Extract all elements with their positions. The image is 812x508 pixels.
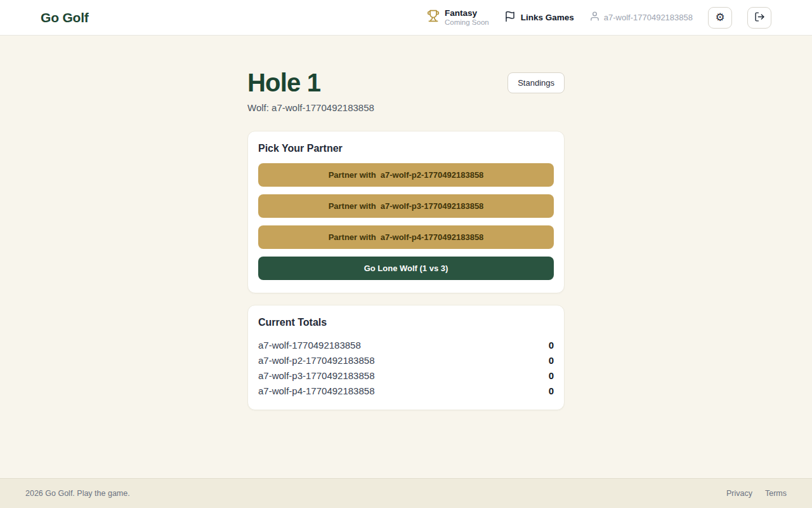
footer-copyright: 2026 Go Golf. Play the game. [25, 489, 130, 498]
totals-player-score: 0 [549, 370, 554, 381]
partner-button-p2[interactable]: Partner with a7-wolf-p2-1770492183858 [258, 163, 554, 187]
header: Go Golf Fantasy Coming Soon [0, 0, 812, 36]
fantasy-text: Fantasy Coming Soon [445, 8, 489, 27]
settings-button[interactable]: ⚙ [708, 7, 732, 29]
main-content: Hole 1 Standings Wolf: a7-wolf-177049218… [0, 36, 812, 478]
pick-partner-card: Pick Your Partner Partner with a7-wolf-p… [247, 131, 565, 293]
terms-link[interactable]: Terms [765, 489, 787, 498]
current-totals-title: Current Totals [258, 317, 554, 328]
person-icon [589, 11, 600, 24]
partner-button-p3[interactable]: Partner with a7-wolf-p3-1770492183858 [258, 194, 554, 218]
footer: 2026 Go Golf. Play the game. Privacy Ter… [0, 478, 812, 508]
footer-links: Privacy Terms [726, 489, 787, 498]
gear-icon: ⚙ [715, 12, 724, 23]
title-row: Hole 1 Standings [247, 69, 565, 97]
user-chip: a7-wolf-1770492183858 [589, 11, 693, 24]
flag-icon [504, 11, 516, 25]
partner-button-name: a7-wolf-p4-1770492183858 [381, 232, 484, 242]
username-text: a7-wolf-1770492183858 [604, 13, 693, 22]
totals-player-name: a7-wolf-p4-1770492183858 [258, 385, 374, 396]
privacy-link[interactable]: Privacy [726, 489, 752, 498]
logout-button[interactable] [747, 7, 771, 29]
standings-button[interactable]: Standings [508, 72, 565, 93]
app-logo[interactable]: Go Golf [41, 10, 89, 25]
totals-player-name: a7-wolf-p2-1770492183858 [258, 355, 374, 366]
pick-partner-title: Pick Your Partner [258, 143, 554, 154]
totals-player-name: a7-wolf-p3-1770492183858 [258, 370, 374, 381]
totals-row: a7-wolf-p4-1770492183858 0 [258, 383, 554, 398]
current-totals-card: Current Totals a7-wolf-1770492183858 0 a… [247, 305, 565, 410]
totals-row: a7-wolf-p3-1770492183858 0 [258, 368, 554, 383]
page-title: Hole 1 [247, 69, 320, 97]
totals-row: a7-wolf-p2-1770492183858 0 [258, 352, 554, 368]
totals-player-score: 0 [549, 340, 554, 351]
totals-player-score: 0 [549, 385, 554, 396]
wolf-label: Wolf: a7-wolf-1770492183858 [247, 102, 565, 113]
page: Go Golf Fantasy Coming Soon [0, 0, 812, 508]
nav-item-fantasy[interactable]: Fantasy Coming Soon [427, 8, 489, 27]
nav-item-links-games[interactable]: Links Games [504, 11, 574, 25]
links-games-label: Links Games [521, 13, 574, 22]
totals-player-score: 0 [549, 355, 554, 366]
content-container: Hole 1 Standings Wolf: a7-wolf-177049218… [247, 69, 565, 410]
totals-player-name: a7-wolf-1770492183858 [258, 340, 361, 351]
partner-button-prefix: Partner with [329, 201, 376, 211]
logout-icon [754, 11, 765, 24]
partner-button-p4[interactable]: Partner with a7-wolf-p4-1770492183858 [258, 225, 554, 249]
partner-button-name: a7-wolf-p2-1770492183858 [381, 170, 484, 180]
partner-button-name: a7-wolf-p3-1770492183858 [381, 201, 484, 211]
fantasy-label: Fantasy [445, 8, 489, 18]
trophy-icon [427, 10, 440, 25]
partner-button-prefix: Partner with [329, 232, 376, 242]
totals-row: a7-wolf-1770492183858 0 [258, 337, 554, 352]
header-nav: Fantasy Coming Soon Links Games [427, 7, 771, 29]
partner-button-prefix: Partner with [329, 170, 376, 180]
fantasy-sublabel: Coming Soon [445, 18, 489, 27]
lone-wolf-button[interactable]: Go Lone Wolf (1 vs 3) [258, 257, 554, 280]
